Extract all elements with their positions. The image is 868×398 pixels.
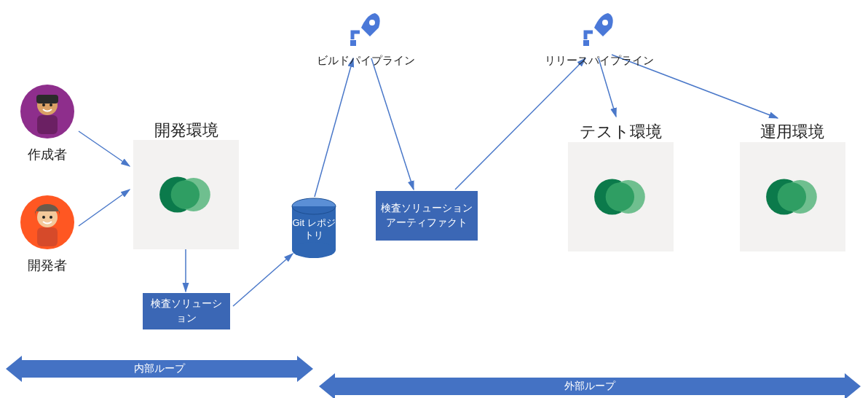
svg-point-16 [42,216,45,219]
test-env-title: テスト環境 [569,121,671,143]
release-pipeline-label: リリースパイプライン [545,54,654,68]
svg-point-20 [170,180,199,208]
outer-loop-label: 外部ループ [564,380,615,393]
dataverse-icon [157,165,216,225]
check-solution-label: 検査ソリューション [147,297,226,325]
svg-point-13 [50,104,52,106]
developer-avatar [20,195,74,249]
svg-line-1 [79,190,130,226]
svg-point-17 [50,216,52,219]
svg-rect-26 [350,40,356,46]
check-solution-box: 検査ソリューション [143,293,230,329]
svg-rect-28 [583,40,589,46]
svg-point-23 [292,242,336,258]
check-artifact-label: 検査ソリューションアーティファクト [380,201,473,230]
git-repo-label: Git レポジトリ [291,217,336,242]
inner-loop-bar: 内部ループ [22,360,297,378]
svg-line-4 [315,58,353,197]
dataverse-icon [591,167,651,227]
svg-point-27 [602,20,608,26]
dev-env-title: 開発環境 [135,120,237,141]
outer-loop-bar: 外部ループ [335,378,845,395]
svg-line-3 [233,254,293,306]
build-pipeline-icon [342,7,386,54]
test-env-box [568,142,674,251]
inner-loop-label: 内部ループ [134,362,185,375]
svg-line-6 [455,58,585,190]
check-artifact-box: 検査ソリューションアーティファクト [376,191,478,241]
svg-line-5 [371,58,414,190]
maker-label: 作成者 [15,146,80,163]
prod-env-box [740,142,845,251]
svg-point-12 [42,104,45,106]
release-pipeline-icon [575,7,619,54]
svg-rect-11 [37,115,58,134]
svg-line-0 [79,131,130,166]
prod-env-title: 運用環境 [741,121,843,143]
maker-avatar [20,85,74,138]
svg-rect-10 [36,95,58,104]
build-pipeline-label: ビルドパイプライン [315,54,417,68]
dataverse-icon [763,167,823,227]
developer-label: 開発者 [15,257,80,274]
svg-point-31 [605,182,634,211]
svg-point-34 [777,182,805,211]
svg-point-25 [369,20,375,26]
svg-rect-15 [37,227,58,246]
dev-env-box [133,140,239,249]
